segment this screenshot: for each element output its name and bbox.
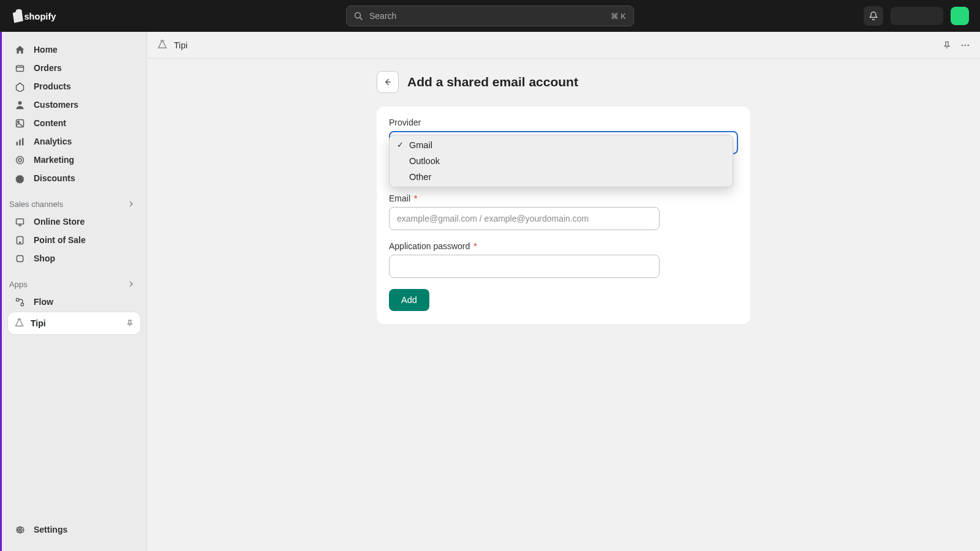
tipi-icon bbox=[157, 39, 168, 51]
back-button[interactable] bbox=[377, 71, 399, 93]
sidebar-item-label: Home bbox=[34, 45, 58, 54]
svg-rect-15 bbox=[17, 255, 23, 261]
email-label: Email * bbox=[389, 193, 738, 203]
search-icon bbox=[354, 12, 363, 21]
tipi-icon bbox=[14, 317, 24, 329]
sidebar-item-label: Point of Sale bbox=[34, 235, 86, 245]
search-placeholder: Search bbox=[369, 11, 396, 21]
svg-rect-9 bbox=[21, 138, 23, 145]
app-password-input[interactable] bbox=[389, 255, 660, 278]
sidebar-section-sales[interactable]: Sales channels bbox=[8, 193, 140, 212]
svg-point-14 bbox=[19, 242, 20, 243]
shopify-logo[interactable]: shopify bbox=[11, 8, 66, 24]
email-input[interactable] bbox=[389, 207, 660, 230]
sidebar-item-shop[interactable]: Shop bbox=[8, 249, 140, 268]
sidebar-item-label: Customers bbox=[34, 100, 78, 110]
breadcrumb-app-name: Tipi bbox=[174, 40, 187, 50]
svg-point-19 bbox=[962, 44, 963, 46]
shop-icon bbox=[14, 253, 25, 264]
pin-button[interactable] bbox=[942, 40, 952, 50]
sidebar-item-flow[interactable]: Flow bbox=[8, 293, 140, 311]
sidebar-item-label: Products bbox=[34, 81, 71, 91]
sidebar-item-orders[interactable]: Orders bbox=[8, 59, 140, 77]
marketing-icon bbox=[14, 154, 25, 165]
gear-icon bbox=[14, 524, 25, 535]
sidebar-item-settings[interactable]: Settings bbox=[8, 520, 140, 539]
content-icon bbox=[14, 118, 25, 129]
svg-point-18 bbox=[18, 528, 21, 531]
svg-rect-17 bbox=[21, 303, 23, 305]
sidebar-item-pos[interactable]: Point of Sale bbox=[8, 231, 140, 249]
arrow-left-icon bbox=[383, 77, 393, 87]
sidebar-item-products[interactable]: Products bbox=[8, 77, 140, 96]
svg-rect-8 bbox=[19, 140, 21, 145]
online-store-icon bbox=[14, 216, 25, 227]
form-card: Provider Gmail Outlook Other Email * bbox=[377, 107, 750, 324]
svg-rect-7 bbox=[16, 141, 18, 145]
sidebar-item-online-store[interactable]: Online Store bbox=[8, 212, 140, 231]
sidebar-item-content[interactable]: Content bbox=[8, 114, 140, 132]
svg-point-6 bbox=[17, 121, 19, 122]
sidebar-item-label: Flow bbox=[34, 297, 53, 307]
svg-point-20 bbox=[965, 44, 967, 46]
provider-option-outlook[interactable]: Outlook bbox=[390, 153, 733, 169]
sidebar-item-label: Orders bbox=[34, 63, 62, 73]
chevron-right-icon bbox=[128, 280, 134, 289]
sidebar-item-label: Tipi bbox=[31, 318, 46, 328]
svg-point-21 bbox=[968, 44, 970, 46]
sidebar-item-label: Marketing bbox=[34, 155, 74, 165]
home-icon bbox=[14, 44, 25, 55]
provider-option-gmail[interactable]: Gmail bbox=[390, 137, 733, 153]
sidebar: Home Orders Products Customers Content A… bbox=[0, 32, 147, 551]
sidebar-item-discounts[interactable]: Discounts bbox=[8, 169, 140, 187]
sidebar-item-label: Discounts bbox=[34, 173, 75, 183]
provider-label: Provider bbox=[389, 118, 738, 127]
bell-icon bbox=[869, 11, 878, 21]
sidebar-item-customers[interactable]: Customers bbox=[8, 96, 140, 114]
analytics-icon bbox=[14, 136, 25, 147]
sidebar-item-label: Analytics bbox=[34, 137, 72, 146]
pin-icon[interactable] bbox=[126, 319, 134, 328]
provider-option-other[interactable]: Other bbox=[390, 169, 733, 185]
sidebar-section-apps[interactable]: Apps bbox=[8, 274, 140, 293]
provider-dropdown: Gmail Outlook Other bbox=[389, 135, 733, 187]
pos-icon bbox=[14, 234, 25, 246]
app-password-label: Application password * bbox=[389, 241, 738, 251]
add-button[interactable]: Add bbox=[389, 289, 429, 311]
svg-point-11 bbox=[18, 158, 21, 161]
sidebar-item-label: Online Store bbox=[34, 217, 85, 227]
sidebar-item-home[interactable]: Home bbox=[8, 40, 140, 59]
page-title: Add a shared email account bbox=[407, 75, 578, 89]
svg-rect-12 bbox=[16, 219, 23, 224]
more-button[interactable] bbox=[960, 40, 970, 50]
svg-point-4 bbox=[18, 101, 21, 105]
sidebar-item-analytics[interactable]: Analytics bbox=[8, 132, 140, 151]
search-shortcut: ⌘ K bbox=[611, 12, 626, 21]
sidebar-item-label: Content bbox=[34, 118, 66, 128]
svg-rect-16 bbox=[16, 298, 18, 301]
flow-icon bbox=[14, 296, 25, 307]
svg-line-2 bbox=[360, 17, 363, 20]
notifications-button[interactable] bbox=[864, 6, 883, 26]
svg-point-10 bbox=[16, 156, 23, 163]
customers-icon bbox=[14, 99, 25, 110]
user-avatar[interactable] bbox=[951, 7, 969, 25]
sidebar-item-label: Shop bbox=[34, 253, 55, 263]
global-search[interactable]: Search ⌘ K bbox=[346, 6, 634, 26]
orders-icon bbox=[14, 62, 25, 73]
svg-rect-3 bbox=[16, 66, 23, 71]
store-name-chip[interactable] bbox=[891, 7, 943, 25]
app-breadcrumb-bar: Tipi bbox=[147, 32, 980, 59]
chevron-right-icon bbox=[128, 200, 134, 209]
svg-point-1 bbox=[355, 12, 361, 18]
products-icon bbox=[14, 81, 25, 92]
topbar: shopify Search ⌘ K bbox=[0, 0, 980, 32]
sidebar-item-marketing[interactable]: Marketing bbox=[8, 151, 140, 169]
sidebar-item-label: Settings bbox=[34, 525, 67, 534]
discounts-icon bbox=[14, 173, 25, 184]
sidebar-item-tipi[interactable]: Tipi bbox=[8, 312, 140, 334]
svg-text:shopify: shopify bbox=[24, 12, 56, 21]
